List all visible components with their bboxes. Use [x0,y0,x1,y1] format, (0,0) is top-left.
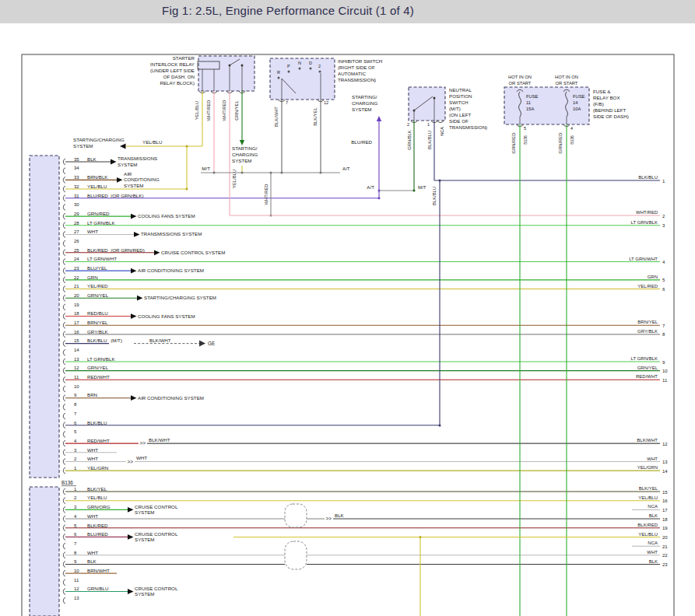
right-wire-number: 12 [662,442,668,446]
junction-dot [270,172,272,174]
wire-label: WHT [136,455,147,460]
b136-connector-label: B136 [61,480,73,485]
system-callout: CONDITIONING [124,177,160,182]
right-wire-label: GRY/BLK [637,329,658,334]
right-wire-label: NCA [648,504,658,509]
pin-number: 19 [74,303,79,307]
connector-ref: B136 [570,135,574,145]
pin-hook [63,168,65,174]
component-label: (M/T) [449,106,461,111]
pin-number: 3 [74,505,77,509]
figure-title: Fig 1: 2.5L, Engine Performance Circuit … [0,4,576,17]
connector-ref: B136 [523,135,528,145]
component-label: STARTER [173,55,195,61]
pin-number: 7 [74,541,77,546]
system-callout: AIR CONDITIONING SYSTEM [138,268,204,273]
right-wire-number: 21 [662,544,668,549]
pin-hook [63,186,65,192]
system-callout: CRUISE CONTROL SYSTEM [161,250,225,255]
wire-label: YEL/BLU [87,495,107,500]
pin-number: 18 [74,311,79,316]
pin-hook [63,395,65,401]
right-wire-label: RED/WHT [636,374,658,379]
right-wire-number: 16 [662,499,668,503]
wire-label: RED/WHT [87,438,110,443]
fuse-relay-box [504,87,589,124]
junction-dot [439,425,441,427]
component-label: (RIGHT SIDE OF [338,65,375,70]
pin-hook [63,440,65,446]
pin-number: 2 [74,457,77,461]
variant-label: M/T [418,184,426,190]
inline-connector [285,504,307,527]
component-label: FUSE & [593,89,611,94]
component-label: AUTOMATIC [338,71,366,76]
connector-chevron: >> [128,459,134,464]
pin-hook [63,250,65,256]
pin-hook [63,258,65,264]
pin-number: 9 [74,393,77,397]
right-wire-label: YEL/BLU [638,532,658,537]
system-callout: AIR CONDITIONING SYSTEM [138,395,204,401]
right-wire-number: 7 [662,324,665,328]
pin-hook [63,467,65,474]
wire-label: GRN/YEL [87,292,109,298]
system-callout: SYSTEM [135,537,154,542]
pin-hook [63,561,65,567]
pin-number: 17 [74,320,79,325]
pin-number: 13 [74,357,79,362]
right-wire-label: BLK [649,559,658,564]
component-label: NEUTRAL [449,87,472,93]
fuse-number: 11 [526,100,531,105]
pin-hook [63,458,65,464]
pin-number: 27 [74,229,79,234]
wire-note: (OR GRN/BLK) [111,193,143,198]
pin-number: 16 [74,330,79,334]
pin-number: 1 [74,466,77,471]
pin-hook [63,331,65,338]
fuse-label: FUSE [526,94,539,99]
pin-hook [63,570,65,576]
system-callout: TRANSMISSIONS SYSTEM [141,231,202,236]
junction-dot [241,172,244,174]
pin-number: 20 [74,293,79,298]
pin-number: 5 [74,429,77,434]
wire-label: LT GRN/BLK [87,356,115,362]
wire-label: GRN/YEL [87,365,109,370]
connector-arrow [199,341,205,347]
component-label: INTERLOCK RELAY [150,61,195,67]
wire-label-vertical: BLK/WHT [274,107,279,127]
junction-dot [310,68,312,70]
component-label: SIDE OF [449,118,469,124]
pin-hook [63,422,65,429]
pin-hook [63,349,65,355]
component-label: POSITION [449,93,472,99]
wire-label-vertical: WHT/RED [222,100,226,121]
right-wire-number: 1 [662,179,665,184]
junction-dot [320,172,322,174]
down-arrow [240,140,244,145]
pin-hook [63,534,65,540]
system-callout: SYSTEM [118,162,137,167]
wire-label-vertical: YEL/BLU [195,101,199,120]
pin-number: 21 [74,284,79,289]
callout-arrow [131,268,137,274]
right-wire-number: 15 [662,490,668,495]
callout-arrow [131,214,137,219]
fuse-label: FUSE [573,94,585,99]
pin-number: 11 [74,578,79,583]
hot-label: OR START [509,81,532,86]
wire-label: BRN/WHT [87,568,110,573]
connector-chevron: >> [326,516,332,521]
connector-chevron: >> [140,440,146,446]
hot-label: HOT IN ON [508,75,532,79]
wire-note: (M/T) [111,338,122,343]
pin-hook [63,588,65,594]
junction-dot [299,68,301,70]
system-callout: SYSTEM [73,143,93,149]
pin-hook [63,268,65,274]
pin-number: 7 [74,411,77,416]
switch-position: 2 [318,64,321,68]
wire-label: WHT [87,456,98,461]
system-callout: STARTING/ [232,145,258,151]
